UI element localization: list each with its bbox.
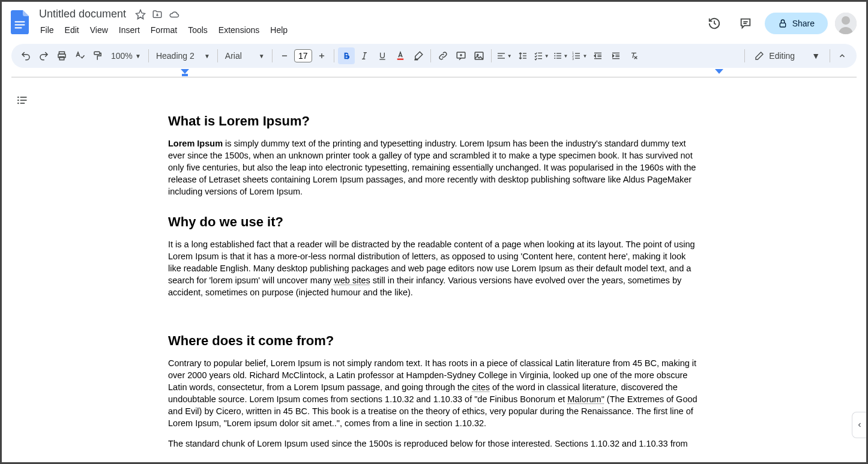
bulleted-list-button[interactable]: ▼ [552, 47, 570, 64]
svg-rect-0 [15, 21, 25, 22]
insert-link-button[interactable] [435, 47, 451, 64]
paragraph[interactable]: Lorem Ipsum is simply dummy text of the … [168, 137, 700, 197]
menu-insert[interactable]: Insert [114, 23, 145, 37]
redo-button[interactable] [35, 47, 52, 64]
paint-format-button[interactable] [89, 47, 106, 64]
menu-view[interactable]: View [85, 23, 113, 37]
paragraph[interactable]: Contrary to popular belief, Lorem Ipsum … [168, 357, 700, 429]
editing-mode-dropdown[interactable]: Editing ▼ [749, 47, 826, 64]
titlebar: Untitled document File Edit View Insert … [2, 2, 866, 40]
svg-point-57 [17, 97, 19, 98]
show-side-panel-button[interactable] [852, 412, 866, 438]
page-content: What is Lorem Ipsum? Lorem Ipsum is simp… [168, 113, 700, 462]
svg-text:3: 3 [573, 58, 574, 61]
font-size-input[interactable] [294, 49, 312, 62]
heading[interactable]: What is Lorem Ipsum? [168, 113, 700, 129]
svg-rect-38 [556, 55, 561, 56]
paragraph-style-dropdown[interactable]: Heading 2▼ [152, 47, 214, 64]
heading[interactable]: Why do we use it? [168, 214, 700, 230]
increase-font-size-button[interactable] [313, 47, 330, 64]
font-dropdown[interactable]: Arial▼ [222, 47, 268, 64]
svg-rect-61 [20, 100, 27, 101]
share-button[interactable]: Share [765, 13, 828, 34]
svg-rect-2 [15, 27, 22, 28]
paragraph[interactable]: It is a long established fact that a rea… [168, 238, 700, 298]
svg-point-58 [17, 100, 19, 101]
line-spacing-button[interactable] [514, 47, 531, 64]
svg-rect-19 [397, 59, 403, 60]
zoom-dropdown[interactable]: 100%▼ [107, 47, 145, 64]
separator [744, 49, 745, 62]
align-button[interactable]: ▼ [495, 47, 513, 64]
separator [148, 49, 149, 62]
menu-tools[interactable]: Tools [183, 23, 212, 37]
svg-rect-11 [94, 52, 100, 55]
avatar[interactable] [835, 13, 857, 34]
svg-point-35 [554, 55, 555, 56]
separator [217, 49, 218, 62]
collapse-toolbar-button[interactable] [834, 47, 851, 64]
separator [430, 49, 431, 62]
toolbar: 100%▼ Heading 2▼ Arial▼ ▼ ▼ ▼ 123▼ [11, 44, 857, 68]
svg-rect-60 [20, 97, 27, 98]
increase-indent-button[interactable] [607, 47, 624, 64]
move-folder-icon[interactable] [151, 8, 163, 20]
ruler[interactable] [11, 68, 857, 77]
svg-point-24 [477, 54, 478, 55]
document-title[interactable]: Untitled document [35, 7, 130, 22]
svg-point-59 [17, 103, 19, 104]
bold-button[interactable] [338, 47, 355, 64]
decrease-font-size-button[interactable] [276, 47, 293, 64]
decrease-indent-button[interactable] [589, 47, 606, 64]
svg-point-7 [842, 16, 850, 25]
spellcheck-button[interactable] [71, 47, 88, 64]
separator [334, 49, 334, 62]
insert-image-button[interactable] [471, 47, 487, 64]
separator [491, 49, 492, 62]
undo-button[interactable] [17, 47, 34, 64]
svg-rect-62 [20, 103, 25, 104]
right-indent-marker[interactable] [715, 69, 723, 77]
menu-format[interactable]: Format [146, 23, 182, 37]
separator [830, 49, 830, 62]
numbered-list-button[interactable]: 123▼ [570, 47, 588, 64]
checklist-button[interactable]: ▼ [532, 47, 550, 64]
paragraph[interactable]: The standard chunk of Lorem Ipsum used s… [168, 438, 700, 450]
svg-line-17 [363, 53, 365, 59]
svg-rect-5 [780, 23, 785, 27]
menu-help[interactable]: Help [265, 23, 292, 37]
menu-edit[interactable]: Edit [60, 23, 84, 37]
comments-icon[interactable] [734, 11, 758, 35]
underline-button[interactable] [374, 47, 391, 64]
star-icon[interactable] [134, 8, 146, 20]
share-label: Share [792, 19, 815, 28]
heading[interactable]: Where does it come from? [168, 333, 700, 349]
cloud-status-icon[interactable] [168, 8, 180, 20]
print-button[interactable] [53, 47, 70, 64]
pencil-icon [755, 51, 764, 61]
menu-extensions[interactable]: Extensions [214, 23, 264, 37]
highlight-color-button[interactable] [410, 47, 427, 64]
svg-rect-1 [15, 24, 25, 25]
italic-button[interactable] [356, 47, 373, 64]
svg-rect-56 [182, 74, 188, 76]
text-color-button[interactable] [392, 47, 409, 64]
menu-bar: File Edit View Insert Format Tools Exten… [35, 23, 698, 37]
svg-rect-39 [556, 58, 561, 58]
docs-logo-icon[interactable] [9, 7, 31, 35]
clear-formatting-button[interactable] [625, 47, 642, 64]
svg-point-36 [554, 58, 555, 59]
show-outline-button[interactable] [11, 89, 33, 111]
separator [272, 49, 273, 62]
svg-point-34 [554, 53, 555, 54]
document-canvas[interactable]: What is Lorem Ipsum? Lorem Ipsum is simp… [2, 77, 866, 462]
insert-comment-button[interactable] [453, 47, 469, 64]
svg-rect-37 [556, 53, 561, 53]
lock-icon [778, 19, 788, 28]
menu-file[interactable]: File [35, 23, 59, 37]
left-indent-marker[interactable] [181, 69, 189, 77]
history-icon[interactable] [702, 11, 726, 35]
